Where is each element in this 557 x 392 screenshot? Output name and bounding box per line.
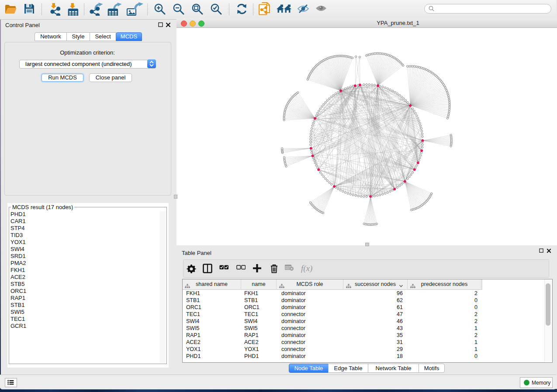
svg-text:f(x): f(x)	[301, 264, 312, 273]
